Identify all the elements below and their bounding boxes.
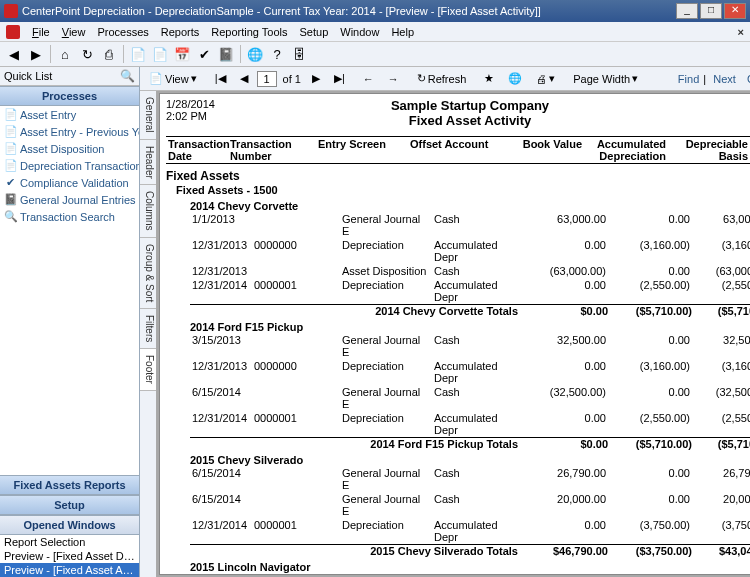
menu-setup[interactable]: Setup — [300, 26, 329, 38]
tab-footer[interactable]: Footer — [140, 349, 156, 391]
find-next-link[interactable]: Next — [709, 73, 740, 85]
help-button[interactable]: ? — [267, 44, 287, 64]
cell-depbase: (63,000.00) — [692, 264, 750, 278]
globe-icon: 🌐 — [247, 48, 263, 61]
tab-columns[interactable]: Columns — [140, 185, 156, 237]
app-menu-icon[interactable] — [6, 25, 20, 39]
web-button[interactable]: 🌐 — [503, 69, 527, 89]
cell-account: Accumulated Depr — [432, 238, 522, 264]
opened-window-item[interactable]: Preview - [Fixed Asset Dispositions] — [0, 549, 139, 563]
asset-name: 2015 Lincoln Navigator — [190, 561, 750, 573]
process-item[interactable]: 📄Depreciation Transactions — [0, 157, 139, 174]
cell-book: 20,000.00 — [522, 492, 608, 518]
process-item[interactable]: ✔Compliance Validation — [0, 174, 139, 191]
menu-file[interactable]: File — [32, 26, 50, 38]
cell-number — [252, 385, 312, 411]
opened-window-item[interactable]: Preview - [Fixed Asset Activity] — [0, 563, 139, 577]
validate-button[interactable]: ✔ — [194, 44, 214, 64]
cell-date: 6/15/2014 — [190, 385, 252, 411]
asset-disposition-button[interactable]: 📄 — [150, 44, 170, 64]
zoom-dropdown[interactable]: Page Width ▾ — [568, 69, 643, 89]
vertical-tabs: General Header Columns Group & Sort Filt… — [140, 91, 157, 577]
search-icon[interactable]: 🔍 — [120, 69, 135, 83]
print-report-button[interactable]: 🖨▾ — [531, 69, 560, 89]
menu-processes[interactable]: Processes — [97, 26, 148, 38]
cell-account: Accumulated Depr — [432, 278, 522, 304]
process-item[interactable]: 📄Asset Entry — [0, 106, 139, 123]
cell-number — [252, 573, 312, 575]
favorite-button[interactable]: ★ — [479, 69, 499, 89]
history-back-button[interactable]: ← — [358, 69, 379, 89]
next-page-button[interactable]: ▶ — [307, 69, 325, 89]
transaction-row: 6/15/2014General Journal ECash(32,500.00… — [190, 385, 750, 411]
processes-header[interactable]: Processes — [0, 86, 139, 106]
total-book: $0.00 — [522, 438, 608, 450]
home-button[interactable]: ⌂ — [55, 44, 75, 64]
cell-date: 1/1/2013 — [190, 212, 252, 238]
find-close-link[interactable]: Close — [743, 73, 750, 85]
history-fwd-button[interactable]: → — [383, 69, 404, 89]
process-item[interactable]: 📄Asset Disposition — [0, 140, 139, 157]
refresh-button[interactable]: ↻ — [77, 44, 97, 64]
cell-date: 12/31/2014 — [190, 278, 252, 304]
opened-window-item[interactable]: Report Selection — [0, 535, 139, 549]
cell-depbase: 32,500.00 — [692, 333, 750, 359]
process-item[interactable]: 📓General Journal Entries — [0, 191, 139, 208]
transaction-row: 6/15/2014General Journal ECash26,790.000… — [190, 466, 750, 492]
cell-depbase: 20,000.00 — [692, 492, 750, 518]
cell-account: Cash — [432, 333, 522, 359]
report-time: 2:02 PM — [166, 110, 256, 122]
menu-reports[interactable]: Reports — [161, 26, 200, 38]
app-icon — [4, 4, 18, 18]
print-button[interactable]: ⎙ — [99, 44, 119, 64]
process-item[interactable]: 📄Asset Entry - Previous Ye.. — [0, 123, 139, 140]
refresh-report-button[interactable]: ↻ Refresh — [412, 69, 472, 89]
process-item[interactable]: 🔍Transaction Search — [0, 208, 139, 225]
close-button[interactable]: ✕ — [724, 3, 746, 19]
arrow-right-icon: ▶ — [31, 48, 41, 61]
transaction-row: 6/15/2014General Journal ECash20,000.000… — [190, 492, 750, 518]
cell-entry: General Journal E — [340, 333, 432, 359]
page-number-input[interactable] — [257, 71, 277, 87]
web-button[interactable]: 🌐 — [245, 44, 265, 64]
find-link[interactable]: Find — [674, 73, 703, 85]
col-tx-date: Transaction Date — [166, 137, 228, 163]
minimize-button[interactable]: _ — [676, 3, 698, 19]
tab-group-sort[interactable]: Group & Sort — [140, 238, 156, 309]
cell-entry: Depreciation — [340, 359, 432, 385]
report-toolbar: 📄 View ▾ |◀ ◀ of 1 ▶ ▶| ← → ↻ Refresh ★ … — [140, 67, 750, 91]
mdi-close-button[interactable]: × — [738, 26, 744, 38]
menu-help[interactable]: Help — [391, 26, 414, 38]
col-accum-depr: Accumulated Depreciation — [584, 137, 668, 163]
journal-button[interactable]: 📓 — [216, 44, 236, 64]
first-page-button[interactable]: |◀ — [210, 69, 231, 89]
tab-filters[interactable]: Filters — [140, 309, 156, 349]
nav-fwd-button[interactable]: ▶ — [26, 44, 46, 64]
cell-date: 3/15/2013 — [190, 333, 252, 359]
setup-header[interactable]: Setup — [0, 495, 139, 515]
section-fixed-assets: Fixed Assets — [166, 169, 750, 183]
tab-header[interactable]: Header — [140, 140, 156, 186]
last-page-button[interactable]: ▶| — [329, 69, 350, 89]
tab-general[interactable]: General — [140, 91, 156, 140]
menu-view[interactable]: View — [62, 26, 86, 38]
title-bar: CenterPoint Depreciation - DepreciationS… — [0, 0, 750, 22]
cell-accdep: (2,550.00) — [608, 411, 692, 437]
prev-page-button[interactable]: ◀ — [235, 69, 253, 89]
asset-name: 2014 Ford F15 Pickup — [190, 321, 750, 333]
transaction-row: 12/31/20130000000DepreciationAccumulated… — [190, 238, 750, 264]
help-icon: ? — [273, 48, 280, 61]
view-dropdown[interactable]: 📄 View ▾ — [144, 69, 202, 89]
menu-window[interactable]: Window — [340, 26, 379, 38]
nav-back-button[interactable]: ◀ — [4, 44, 24, 64]
db-button[interactable]: 🗄 — [289, 44, 309, 64]
calendar-button[interactable]: 📅 — [172, 44, 192, 64]
maximize-button[interactable]: □ — [700, 3, 722, 19]
cell-entry: General Journal E — [340, 212, 432, 238]
menu-tools[interactable]: Reporting Tools — [211, 26, 287, 38]
cell-entry: Depreciation — [340, 518, 432, 544]
cell-number: 0000000 — [252, 359, 312, 385]
fixed-assets-reports-header[interactable]: Fixed Assets Reports — [0, 475, 139, 495]
asset-entry-button[interactable]: 📄 — [128, 44, 148, 64]
process-icon: 🔍 — [4, 210, 16, 223]
